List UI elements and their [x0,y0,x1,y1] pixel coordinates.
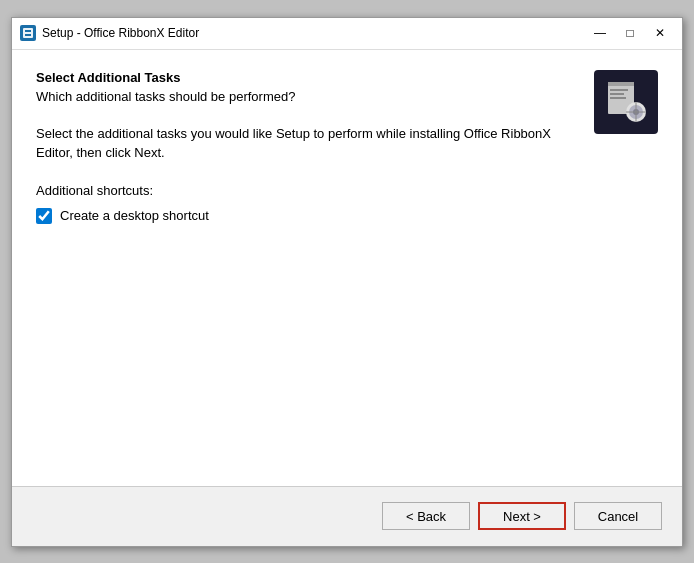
back-button[interactable]: < Back [382,502,470,530]
title-bar-controls: — □ ✕ [586,22,674,44]
window-title: Setup - Office RibbonX Editor [42,26,586,40]
shortcuts-label: Additional shortcuts: [36,183,578,198]
svg-rect-9 [610,97,626,99]
footer: < Back Next > Cancel [12,486,682,546]
desktop-shortcut-checkbox[interactable] [36,208,52,224]
window-icon [20,25,36,41]
checkbox-row: Create a desktop shortcut [36,208,578,224]
section-subtitle: Which additional tasks should be perform… [36,89,578,104]
content-area: Select Additional Tasks Which additional… [12,50,682,486]
section-title: Select Additional Tasks [36,70,578,85]
checkbox-label: Create a desktop shortcut [60,208,209,223]
app-icon [594,70,658,134]
svg-rect-1 [23,28,33,38]
svg-rect-7 [610,89,628,91]
main-content: Select Additional Tasks Which additional… [36,70,578,486]
setup-window: Setup - Office RibbonX Editor — □ ✕ Sele… [11,17,683,547]
minimize-button[interactable]: — [586,22,614,44]
description-text: Select the additional tasks you would li… [36,124,578,163]
next-button[interactable]: Next > [478,502,566,530]
close-button[interactable]: ✕ [646,22,674,44]
svg-rect-2 [25,30,31,32]
svg-rect-6 [608,82,634,86]
maximize-button[interactable]: □ [616,22,644,44]
svg-rect-3 [25,34,31,36]
cancel-button[interactable]: Cancel [574,502,662,530]
svg-rect-8 [610,93,624,95]
title-bar: Setup - Office RibbonX Editor — □ ✕ [12,18,682,50]
